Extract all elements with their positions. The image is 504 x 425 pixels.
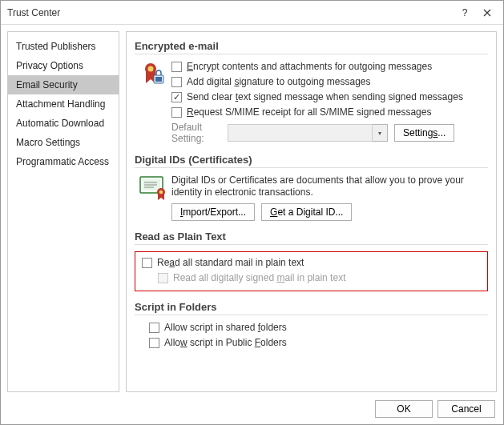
sidebar-item-automatic-download[interactable]: Automatic Download (8, 114, 119, 133)
checkbox-clear-text-label: Send clear text signed message when send… (187, 91, 463, 103)
section-title-plain-text: Read as Plain Text (135, 231, 488, 243)
svg-rect-3 (155, 77, 162, 82)
checkbox-read-plain[interactable] (142, 258, 152, 268)
highlight-plain-text: Read all standard mail in plain text Rea… (135, 251, 488, 291)
checkbox-script-public[interactable] (149, 338, 159, 348)
checkbox-script-shared-label: Allow script in shared folders (164, 322, 287, 334)
checkbox-smime-receipt[interactable] (171, 107, 182, 118)
sidebar-item-programmatic-access[interactable]: Programmatic Access (8, 152, 119, 171)
checkbox-smime-label: Request S/MIME receipt for all S/MIME si… (187, 106, 431, 118)
cancel-button[interactable]: Cancel (437, 400, 495, 418)
svg-point-10 (159, 190, 163, 194)
chevron-down-icon[interactable]: ▾ (373, 124, 388, 142)
divider (135, 167, 488, 168)
divider (135, 244, 488, 245)
titlebar: Trust Center ? (1, 1, 503, 25)
sidebar-item-attachment-handling[interactable]: Attachment Handling (8, 94, 119, 114)
checkbox-clear-text[interactable] (171, 92, 182, 102)
default-setting-dropdown[interactable]: ▾ (228, 124, 388, 142)
certificate-icon (135, 174, 171, 221)
window-title: Trust Center (7, 7, 454, 18)
section-title-script-folders: Script in Folders (135, 301, 488, 313)
get-digital-id-button[interactable]: Get a Digital ID... (261, 203, 352, 221)
svg-point-1 (148, 66, 154, 72)
checkbox-add-signature[interactable] (171, 77, 182, 87)
help-button[interactable]: ? (454, 3, 476, 22)
divider (135, 54, 488, 54)
divider (135, 315, 488, 315)
checkbox-script-shared[interactable] (149, 323, 159, 333)
checkbox-encrypt-contents[interactable] (171, 62, 182, 72)
checkbox-signature-label: Add digital signature to outgoing messag… (187, 76, 370, 88)
checkbox-read-plain-label: Read all standard mail in plain text (157, 257, 304, 269)
checkbox-read-signed-plain-label: Read all digitally signed mail in plain … (173, 272, 345, 284)
ok-button[interactable]: OK (375, 400, 433, 418)
settings-button[interactable]: Settings... (394, 124, 454, 142)
checkbox-read-signed-plain (158, 273, 168, 283)
sidebar-item-macro-settings[interactable]: Macro Settings (8, 133, 119, 152)
dialog-footer: OK Cancel (1, 395, 503, 424)
sidebar-item-email-security[interactable]: Email Security (8, 75, 119, 94)
sidebar-item-trusted-publishers[interactable]: Trusted Publishers (8, 37, 119, 56)
import-export-button[interactable]: Import/Export... (171, 203, 255, 221)
trust-center-dialog: Trust Center ? Trusted Publishers Privac… (0, 0, 504, 425)
ribbon-lock-icon (135, 61, 171, 144)
checkbox-encrypt-label: Encrypt contents and attachments for out… (187, 61, 432, 73)
sidebar-item-privacy-options[interactable]: Privacy Options (8, 56, 119, 75)
section-title-encrypted: Encrypted e-mail (135, 40, 488, 52)
checkbox-script-public-label: Allow script in Public Folders (164, 337, 287, 349)
digital-ids-description: Digital IDs or Certificates are document… (171, 174, 488, 198)
section-title-digital-ids: Digital IDs (Certificates) (135, 154, 488, 166)
category-sidebar: Trusted Publishers Privacy Options Email… (7, 31, 119, 392)
content-pane: Encrypted e-mail Encryp (126, 31, 497, 392)
close-button[interactable] (476, 3, 498, 22)
default-setting-label: DefaultSetting: (171, 122, 212, 144)
